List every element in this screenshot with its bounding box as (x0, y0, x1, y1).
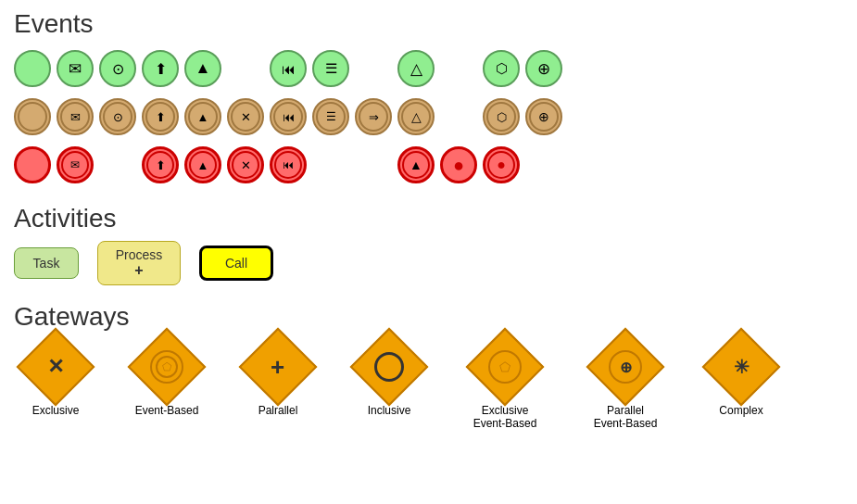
event-inter-compensation[interactable]: ⊕ (525, 98, 562, 135)
event-end-cancel[interactable]: ✕ (227, 146, 264, 183)
gateways-section: Gateways ✕ Exclusive ⬠ Event-Based (14, 302, 843, 430)
gateway-complex[interactable]: ✳ Complex (699, 339, 783, 417)
event-end-error[interactable]: ▲ (397, 146, 435, 183)
events-section: Events ✉ ⊙ ⬆ ▲ ⏮ ☰ △ ⬡ (14, 9, 843, 187)
event-inter-escalation[interactable]: ⬆ (142, 98, 179, 135)
gateway-exclusive[interactable]: ✕ Exclusive (14, 339, 97, 417)
intermediate-events-row: ✉ ⊙ ⬆ ▲ ✕ ⏮ ☰ (14, 94, 843, 139)
gateways-title: Gateways (14, 302, 843, 332)
call-activity[interactable]: Call (199, 246, 273, 281)
event-end-link[interactable]: ⏮ (270, 146, 307, 183)
event-start-error[interactable]: △ (397, 50, 435, 87)
process-label: Process (116, 247, 163, 262)
parallel-eb-icon: ⊕ (620, 359, 632, 376)
start-events-row: ✉ ⊙ ⬆ ▲ ⏮ ☰ △ ⬡ ⊕ (14, 46, 843, 91)
event-inter-rule[interactable]: ☰ (312, 98, 349, 135)
complex-icon: ✳ (734, 358, 750, 376)
exclusive-eb-diamond: ⬠ (466, 328, 545, 407)
event-start-signal[interactable]: ⬡ (483, 50, 520, 87)
event-end-plain[interactable] (14, 146, 51, 183)
gateway-parallel[interactable]: + Palrallel (236, 339, 320, 417)
events-title: Events (14, 9, 843, 39)
event-inter-arrow[interactable]: ⇒ (355, 98, 392, 135)
gateway-event-based[interactable]: ⬠ Event-Based (125, 339, 208, 417)
event-start-link[interactable]: ⏮ (270, 50, 307, 87)
event-start-rule[interactable]: ☰ (312, 50, 349, 87)
process-sublabel: + (134, 262, 143, 279)
event-end-conditional[interactable]: ▲ (184, 146, 221, 183)
event-inter-plain[interactable] (14, 98, 51, 135)
event-based-diamond: ⬠ (128, 328, 207, 407)
event-start-timer[interactable]: ⊙ (99, 50, 136, 87)
exclusive-eb-icon: ⬠ (499, 359, 510, 374)
event-end-message[interactable]: ✉ (57, 146, 94, 183)
event-inter-signal[interactable]: ⬡ (483, 98, 520, 135)
event-inter-conditional[interactable]: ▲ (184, 98, 221, 135)
exclusive-diamond: ✕ (17, 328, 95, 407)
parallel-eb-diamond: ⊕ (586, 328, 665, 407)
inclusive-diamond (350, 328, 429, 407)
event-start-compensation[interactable]: ⊕ (525, 50, 562, 87)
event-start-escalation[interactable]: ⬆ (142, 50, 179, 87)
event-end-compensation[interactable]: ● (483, 146, 520, 183)
parallel-icon: + (271, 355, 284, 379)
gateway-parallel-eb[interactable]: ⊕ ParallelEvent-Based (579, 339, 672, 430)
event-inter-link[interactable]: ⏮ (270, 98, 307, 135)
activities-section: Activities Task Process + Call (14, 204, 843, 285)
gateway-inclusive[interactable]: Inclusive (347, 339, 431, 417)
complex-diamond: ✳ (702, 328, 781, 407)
event-end-terminate[interactable]: ● (440, 146, 477, 183)
activities-title: Activities (14, 204, 843, 233)
exclusive-eb-label: ExclusiveEvent-Based (473, 404, 537, 430)
parallel-eb-label: ParallelEvent-Based (594, 404, 658, 430)
event-start-message[interactable]: ✉ (57, 50, 94, 87)
event-inter-timer[interactable]: ⊙ (99, 98, 136, 135)
parallel-diamond: + (239, 328, 318, 407)
event-start-conditional[interactable]: ▲ (184, 50, 221, 87)
event-end-escalation[interactable]: ⬆ (142, 146, 179, 183)
event-start-plain[interactable] (14, 50, 51, 87)
event-based-icon: ⬠ (162, 360, 171, 373)
events-grid: ✉ ⊙ ⬆ ▲ ⏮ ☰ △ ⬡ ⊕ (14, 46, 843, 187)
event-inter-error[interactable]: △ (397, 98, 435, 135)
gateways-row: ✕ Exclusive ⬠ Event-Based + (14, 339, 843, 430)
gateway-exclusive-eb[interactable]: ⬠ ExclusiveEvent-Based (459, 339, 551, 430)
event-inter-cancel[interactable]: ✕ (227, 98, 264, 135)
task-activity[interactable]: Task (14, 247, 79, 279)
end-events-row: ✉ ⬆ ▲ ✕ ⏮ ▲ (14, 143, 843, 187)
exclusive-icon: ✕ (47, 357, 64, 377)
process-activity[interactable]: Process + (97, 241, 181, 285)
activities-row: Task Process + Call (14, 241, 843, 285)
event-inter-message[interactable]: ✉ (57, 98, 94, 135)
